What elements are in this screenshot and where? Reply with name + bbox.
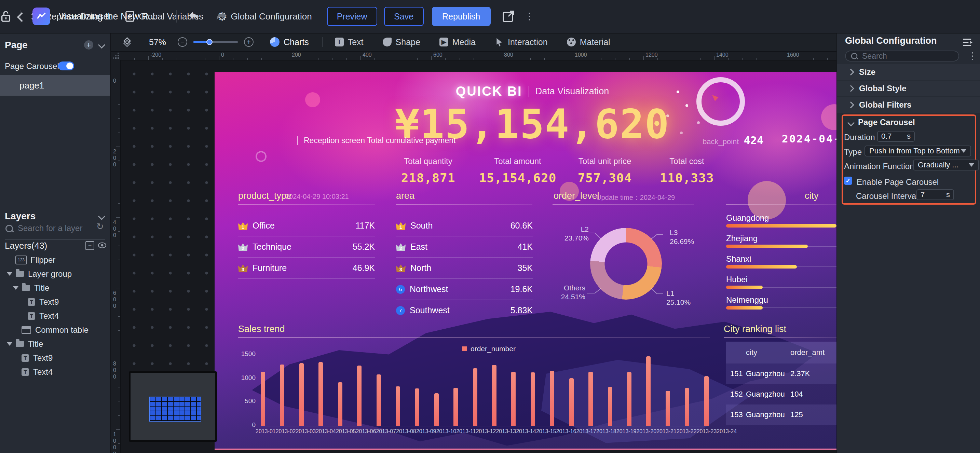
layer-tree-item[interactable]: Title — [0, 281, 123, 295]
global-configuration-button[interactable]: ⚙ Global Configuration — [217, 11, 312, 22]
ruler-label: 400 — [111, 219, 118, 239]
open-external-icon[interactable] — [502, 10, 515, 23]
decor-circle — [256, 151, 267, 162]
expander-icon[interactable] — [13, 286, 19, 290]
y-tick-label: 0 — [228, 421, 256, 429]
layer-tree-item[interactable]: Layer group — [0, 267, 117, 281]
canvas-minimap[interactable] — [129, 371, 217, 442]
collapse-panel-icon[interactable] — [962, 38, 974, 47]
sales-trend-title: Sales trend — [238, 324, 285, 334]
refresh-icon[interactable]: ↻ — [96, 221, 104, 232]
dashboard-page[interactable]: QUICK BI Data Visualization ¥15,154,620 … — [215, 72, 837, 450]
visibility-eye-icon[interactable] — [98, 241, 107, 250]
rank-circle-icon: 7 — [396, 306, 405, 315]
layer-tree: 123FlipperLayer groupTitleTText9TText4Co… — [0, 253, 110, 379]
zoom-out-button[interactable]: − — [178, 37, 187, 47]
lock-icon[interactable] — [0, 10, 12, 23]
back-point-label: back_point — [703, 137, 739, 146]
redo-icon[interactable] — [215, 10, 228, 22]
list-item-label: Furniture — [253, 263, 287, 273]
config-more-icon[interactable]: ⋮ — [968, 51, 977, 61]
cell-rank: 152 — [730, 390, 746, 399]
tab-interaction[interactable]: Interaction — [508, 37, 548, 47]
sales-bar — [415, 388, 419, 426]
type-select[interactable]: Push in from Top to Bottom — [864, 146, 971, 156]
document-title: Visualizing the New R... — [59, 0, 156, 33]
donut-label-l3: L326.69% — [670, 228, 707, 246]
widget-city-bars[interactable]: GuangdongZhejiangShanxiHubeiNeimenggu — [726, 212, 837, 314]
layers-collapse-icon[interactable] — [98, 213, 105, 220]
expander-icon[interactable] — [7, 272, 12, 276]
layers-panel-title: Layers — [5, 211, 35, 222]
slider-knob[interactable] — [207, 39, 213, 45]
layer-tree-item[interactable]: 123Flipper — [0, 253, 126, 267]
charts-tab-icon — [270, 37, 280, 47]
section-title-city: city — [805, 191, 819, 201]
city-bar-label: Zhejiang — [726, 234, 757, 243]
city-bar — [726, 286, 763, 289]
editor-canvas[interactable]: QUICK BI Data Visualization ¥15,154,620 … — [120, 60, 837, 453]
layer-stack-icon[interactable] — [124, 38, 131, 46]
save-button[interactable]: Save — [384, 7, 424, 26]
tab-material[interactable]: Material — [580, 37, 610, 47]
carousel-interval-input[interactable]: 7 s — [916, 189, 954, 200]
widget-product-type-list[interactable]: 1Office117K2Technique55.2K3Furniture46.9… — [238, 215, 375, 279]
list-item-label: Technique — [253, 242, 291, 252]
page-carousel-section-title[interactable]: Page Carousel — [858, 118, 915, 127]
ruler-label: 1400 — [716, 52, 729, 58]
layer-tree-item[interactable]: Title — [0, 337, 117, 351]
page-list-item[interactable]: page1 — [0, 75, 110, 95]
layer-tree-item[interactable]: TText4 — [0, 365, 132, 379]
list-item-label: Northwest — [410, 284, 448, 294]
left-sidebar: Page + Page Carousel page1 Layers Search… — [0, 33, 111, 453]
zoom-slider[interactable] — [193, 41, 238, 43]
page-collapse-icon[interactable] — [98, 41, 105, 49]
metric-block: Total unit price757,304 — [560, 156, 649, 185]
page-name: page1 — [19, 80, 44, 91]
interaction-tab-icon — [495, 37, 504, 47]
list-item-value: 5.83K — [511, 305, 533, 315]
app-logo-icon — [32, 8, 50, 25]
layer-search-input[interactable] — [5, 225, 13, 234]
metric-block: Total amount15,154,620 — [473, 156, 562, 185]
animation-function-value: Gradually ... — [918, 161, 958, 170]
preview-button[interactable]: Preview — [327, 7, 377, 26]
layer-tree-item[interactable]: TText4 — [0, 309, 138, 323]
tab-media[interactable]: Media — [452, 37, 476, 47]
sales-bar — [569, 378, 574, 426]
layer-label: Text9 — [39, 297, 59, 307]
duration-input[interactable]: 0.7 s — [877, 131, 915, 142]
config-search-input[interactable]: Search — [845, 51, 959, 62]
animation-function-select[interactable]: Gradually ... — [913, 159, 979, 170]
layer-tree-item[interactable]: TText9 — [0, 295, 138, 309]
cell-rank: 151 — [730, 369, 746, 378]
list-item: 2Technique55.2K — [238, 237, 375, 257]
widget-area-list[interactable]: 1South60.6K2East41K3North35K6Northwest19… — [396, 215, 533, 321]
section-global-style[interactable]: Global Style — [837, 81, 980, 96]
layer-tree-item[interactable]: Common table — [0, 323, 132, 337]
x-tick-label: 2013-15 — [536, 428, 556, 434]
crown-rank-icon: 1 — [396, 222, 406, 230]
layer-tree-item[interactable]: TText9 — [0, 351, 132, 365]
tab-shape[interactable]: Shape — [396, 37, 420, 47]
page-carousel-toggle[interactable] — [58, 62, 74, 70]
expander-icon[interactable] — [7, 342, 12, 346]
add-page-button[interactable]: + — [84, 40, 93, 49]
donut-label-others: Others24.51% — [548, 283, 585, 301]
carousel-interval-label: Carousel Interval — [856, 191, 918, 201]
tab-charts[interactable]: Charts — [283, 37, 309, 47]
undo-icon[interactable] — [187, 10, 200, 22]
more-menu-icon[interactable]: ⋮ — [525, 12, 535, 21]
section-size[interactable]: Size — [837, 64, 980, 80]
collapse-all-icon[interactable]: − — [86, 241, 94, 250]
ruler-label: 1200 — [646, 52, 658, 58]
minimap-viewport[interactable] — [149, 397, 201, 421]
tab-text[interactable]: Text — [348, 37, 364, 47]
datetime-clock: 2024-04-29 10:0 — [782, 132, 837, 145]
zoom-in-button[interactable]: + — [244, 37, 253, 47]
section-global-filters[interactable]: Global Filters — [837, 97, 980, 113]
enable-page-carousel-checkbox[interactable]: ✓ — [844, 176, 852, 185]
canvas-toolbar: 57% − + Charts T Text Shape ▶ Media Inte… — [110, 33, 837, 52]
x-tick-label: 2013-08 — [396, 428, 416, 434]
republish-button[interactable]: Republish — [432, 7, 491, 26]
